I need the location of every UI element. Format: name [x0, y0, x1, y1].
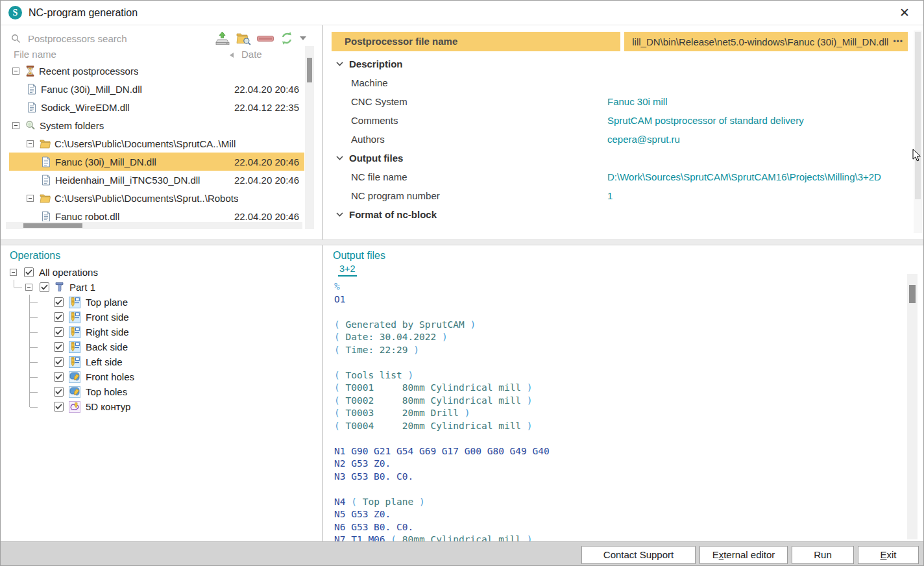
code-line: ( Tools list )	[334, 369, 903, 382]
operation-row[interactable]: All operations	[1, 265, 314, 280]
postprocessor-row[interactable]: Recent postprocessors	[9, 62, 304, 80]
file-name: C:\Users\Public\Documents\SprutCA..\Mill	[55, 138, 236, 149]
operation-checkbox[interactable]	[54, 297, 64, 307]
operation-row[interactable]: Left side	[1, 354, 314, 369]
operation-row[interactable]: Part 1	[1, 280, 314, 295]
property-row[interactable]: CommentsSprutCAM postprocessor of standa…	[332, 111, 908, 130]
nc-program-generation-dialog: S NC-program generation ✕	[0, 0, 924, 566]
file-name: Fanuc robot.dll	[55, 211, 119, 222]
operation-checkbox[interactable]	[54, 312, 64, 322]
tab-3plus2[interactable]: 3+2	[338, 264, 357, 277]
property-row[interactable]: NC program number1	[332, 186, 908, 205]
refresh-icon[interactable]	[280, 31, 294, 46]
postprocessor-row[interactable]: Sodick_WireEDM.dll22.04.12 22:35	[9, 98, 304, 116]
postprocessor-row[interactable]: Fanuc (30i)_Mill_DN.dll22.04.20 20:46	[9, 80, 304, 98]
footer-bar: Contact SupportExternal editorRunExit	[1, 541, 923, 566]
exit-button[interactable]: Exit	[858, 546, 919, 564]
postprocessor-row[interactable]: System folders	[9, 116, 304, 134]
postprocessor-row[interactable]: Fanuc robot.dll22.04.20 20:46	[9, 207, 304, 221]
operation-label: Right side	[86, 326, 129, 338]
run-button[interactable]: Run	[792, 546, 854, 564]
search-icon	[11, 34, 21, 43]
operation-row[interactable]: Top holes	[1, 384, 314, 399]
install-postprocessor-icon[interactable]	[215, 31, 230, 46]
external-editor-button[interactable]: External editor	[699, 546, 788, 564]
mill-operation-icon	[69, 341, 80, 353]
code-line: N2 G53 Z0.	[334, 458, 903, 471]
operation-row[interactable]: Back side	[1, 339, 314, 354]
postprocessor-row[interactable]: Fanuc (30i)_Mill_DN.dll22.04.20 20:46	[9, 153, 304, 171]
postprocessor-row[interactable]: Heidenhain_Mill_iTNC530_DN.dll22.04.20 2…	[9, 171, 304, 189]
operation-label: Left side	[86, 356, 123, 367]
code-line: ( Generated by SprutCAM )	[334, 319, 903, 332]
postprocessor-row[interactable]: C:\Users\Public\Documents\Sprut..\Robots	[9, 189, 304, 207]
expander-icon[interactable]	[25, 284, 32, 291]
more-dropdown-icon[interactable]	[300, 31, 306, 46]
code-scrollbar[interactable]	[907, 274, 918, 539]
operation-row[interactable]: Top plane	[1, 295, 314, 310]
property-section-description[interactable]: Description	[332, 55, 908, 73]
code-line	[334, 356, 903, 369]
code-line: N7 T1 M06 ( 80mm Cylindrical mill )	[334, 534, 903, 541]
section-label: Output files	[349, 153, 403, 164]
column-file-name[interactable]: File name	[14, 49, 56, 60]
operation-row[interactable]: 5D контур	[1, 399, 314, 414]
expander-icon[interactable]	[10, 269, 17, 276]
browse-folder-icon[interactable]	[236, 31, 251, 46]
operation-row[interactable]: Front holes	[1, 369, 314, 384]
column-date[interactable]: Date	[241, 49, 262, 60]
remove-icon[interactable]	[257, 31, 274, 46]
postprocessor-properties-panel: Postprocessor file name lill_DN\bin\Rele…	[323, 25, 923, 240]
operation-checkbox[interactable]	[54, 372, 64, 382]
operation-checkbox[interactable]	[54, 387, 64, 397]
postprocessor-vertical-scrollbar[interactable]	[305, 46, 314, 229]
operation-checkbox[interactable]	[24, 267, 34, 277]
property-row[interactable]: NC file nameD:\Work\Sources\SprutCAM\Spr…	[332, 167, 908, 186]
horizontal-splitter[interactable]	[1, 240, 923, 245]
mill-operation-icon	[69, 326, 80, 338]
vertical-splitter[interactable]	[314, 25, 323, 240]
property-section-format-of-nc-block[interactable]: Format of nc-block	[332, 205, 908, 224]
nc-code-view[interactable]: %O1 ( Generated by SprutCAM )( Date: 30.…	[334, 280, 903, 541]
titlebar: S NC-program generation ✕	[1, 1, 923, 25]
property-label: CNC System	[332, 96, 607, 107]
close-icon[interactable]: ✕	[894, 5, 916, 20]
operation-row[interactable]: Front side	[1, 310, 314, 325]
part-operation-icon	[55, 282, 64, 293]
tree-connector	[29, 354, 39, 369]
operation-checkbox[interactable]	[54, 327, 64, 337]
contact-support-button[interactable]: Contact Support	[581, 546, 696, 564]
operation-checkbox[interactable]	[54, 342, 64, 352]
property-row[interactable]: Machine	[332, 73, 908, 92]
file-name: Sodick_WireEDM.dll	[41, 102, 130, 113]
search-input[interactable]	[27, 32, 215, 45]
file-name: Heidenhain_Mill_iTNC530_DN.dll	[55, 175, 200, 186]
property-label: NC program number	[332, 190, 607, 201]
operations-tree: All operationsPart 1Top planeFront sideR…	[1, 265, 314, 414]
expander-icon[interactable]	[27, 140, 34, 147]
postprocessor-row[interactable]: C:\Users\Public\Documents\SprutCA..\Mill	[9, 134, 304, 153]
vertical-splitter-bottom[interactable]	[314, 245, 323, 541]
file-name: System folders	[40, 120, 104, 131]
property-value: Fanuc 30i mill	[607, 96, 908, 107]
property-section-output-files[interactable]: Output files	[332, 149, 908, 167]
property-row[interactable]: CNC SystemFanuc 30i mill	[332, 92, 908, 111]
properties-scrollbar[interactable]	[914, 31, 922, 233]
postprocessor-file-value[interactable]: lill_DN\bin\Release\net5.0-windows\Fanuc…	[629, 36, 888, 47]
sort-icon	[230, 53, 234, 58]
folder-icon	[40, 139, 51, 149]
file-name: C:\Users\Public\Documents\Sprut..\Robots	[55, 193, 238, 204]
browse-postprocessor-button[interactable]: •••	[893, 37, 903, 46]
property-row[interactable]: Authorscepera@sprut.ru	[332, 130, 908, 149]
postprocessor-horizontal-scrollbar[interactable]	[6, 222, 302, 229]
operation-row[interactable]: Right side	[1, 325, 314, 339]
postprocessor-file-row[interactable]: Postprocessor file name lill_DN\bin\Rele…	[332, 32, 908, 51]
operation-checkbox[interactable]	[54, 357, 64, 367]
expander-icon[interactable]	[12, 68, 19, 75]
operation-checkbox[interactable]	[54, 402, 64, 412]
property-label: Machine	[332, 77, 607, 88]
operation-checkbox[interactable]	[40, 282, 49, 292]
expander-icon[interactable]	[27, 195, 34, 202]
property-value: cepera@sprut.ru	[607, 134, 908, 145]
expander-icon[interactable]	[12, 122, 19, 129]
